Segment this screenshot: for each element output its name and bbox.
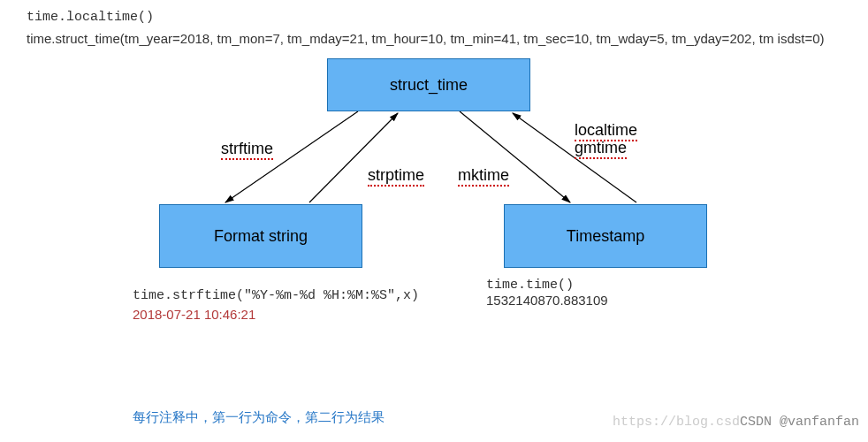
code-output: time.struct_time(tm_year=2018, tm_mon=7,…	[27, 28, 841, 50]
example-code: time.strftime("%Y-%m-%d %H:%M:%S",x)	[133, 288, 419, 303]
example-timestamp: time.time() 1532140870.883109	[486, 278, 608, 308]
header-block: time.localtime() time.struct_time(tm_yea…	[0, 0, 868, 50]
edge-strftime: strftime	[221, 140, 273, 158]
edge-localtime-gmtime: localtime gmtime	[575, 122, 637, 157]
node-label: Timestamp	[567, 227, 644, 246]
time-module-diagram: struct_time Format string Timestamp strf…	[106, 58, 796, 359]
watermark: https://blog.csdCSDN @vanfanfan	[613, 415, 859, 430]
example-format-string: time.strftime("%Y-%m-%d %H:%M:%S",x) 201…	[133, 288, 419, 322]
node-label: Format string	[214, 227, 308, 246]
example-result: 2018-07-21 10:46:21	[133, 307, 419, 322]
edge-label-gmtime: gmtime	[575, 139, 627, 159]
node-format-string: Format string	[159, 204, 362, 268]
watermark-attribution: CSDN @vanfanfan	[740, 415, 859, 430]
example-code: time.time()	[486, 278, 608, 293]
edge-label: strptime	[368, 166, 424, 187]
edge-mktime: mktime	[458, 166, 509, 185]
code-input: time.localtime()	[27, 7, 841, 28]
example-result: 1532140870.883109	[486, 293, 608, 308]
svg-line-2	[460, 111, 570, 202]
edge-strptime: strptime	[368, 166, 424, 185]
watermark-url: https://blog.csd	[613, 415, 740, 430]
node-struct-time: struct_time	[327, 58, 530, 111]
edge-label: strftime	[221, 140, 273, 160]
footnote: 每行注释中，第一行为命令，第二行为结果	[133, 409, 385, 426]
node-label: struct_time	[390, 76, 468, 95]
node-timestamp: Timestamp	[504, 204, 707, 268]
edge-label: mktime	[458, 166, 509, 187]
svg-line-1	[309, 113, 398, 202]
